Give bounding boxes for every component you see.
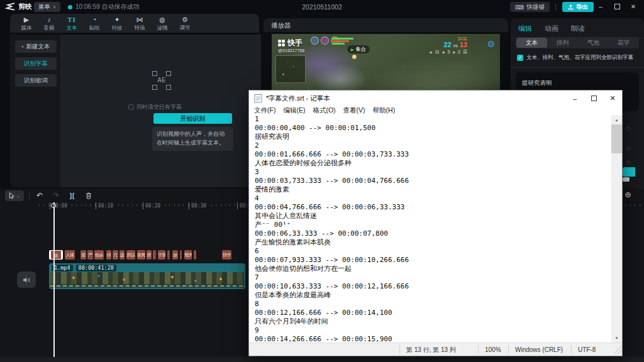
kills-icon: ◆ — [430, 50, 433, 54]
export-button[interactable]: 导出 — [562, 2, 594, 12]
redo-button[interactable]: ↷ — [50, 190, 62, 201]
clear-existing-subtitles-checkbox[interactable]: 同时清空已有字幕 — [128, 103, 182, 111]
window-minimize-button[interactable]: – — [592, 0, 609, 13]
keyframe-diamond-icon[interactable]: ◇ — [626, 159, 631, 165]
playhead[interactable] — [53, 202, 55, 357]
ribbon-tool-adjust[interactable]: ⚙调节 — [174, 16, 196, 31]
rally-button: ▶ 集合 — [347, 45, 370, 53]
srt-line: 00:00:01,666.666 --> 00:00:03,733.333 — [249, 150, 611, 159]
srt-line: 他会使你迫切的想和对方在一起 — [249, 265, 611, 273]
tab-edit[interactable]: 编辑 — [518, 24, 532, 33]
ribbon-tool-sticker[interactable]: ◔贴纸 — [83, 16, 106, 31]
tab-reading[interactable]: 朗读 — [571, 24, 585, 33]
text-icon: TI — [67, 16, 76, 24]
subtitle-clip[interactable]: 人体 — [65, 250, 75, 260]
kuaishou-logo-icon — [278, 40, 285, 47]
resize-grip[interactable] — [613, 345, 621, 354]
select-tool-button[interactable]: ⌄ — [5, 190, 24, 201]
window-close-button[interactable]: ✕ — [625, 0, 641, 13]
sidebar-item-new-text[interactable]: ▸新建文本 — [15, 40, 57, 53]
menu-format[interactable]: 格式(O) — [309, 106, 339, 115]
srt-line: 其中会让人意乱情迷 — [249, 212, 611, 221]
notepad-titlebar[interactable]: *字幕文件.srt - 记事本 – ✕ — [249, 90, 622, 106]
ribbon-tool-transition[interactable]: ⋈转场 — [128, 16, 151, 31]
subtitle-clip[interactable]: 所以 — [126, 250, 135, 260]
srt-line: 00:00:07,933.333 --> 00:00:10,266.666 — [249, 256, 611, 265]
scrollbar-thumb[interactable] — [611, 124, 622, 153]
subtab-bubble[interactable]: 气泡 — [578, 37, 609, 48]
tab-animation[interactable]: 动画 — [545, 24, 558, 33]
coins-icon: ◆ — [452, 50, 455, 54]
subtab-text[interactable]: 文本 — [516, 38, 547, 48]
subtitle-clip[interactable] — [180, 250, 182, 260]
trash-icon — [86, 192, 92, 199]
subtitle-clip[interactable]: 这 — [119, 250, 125, 260]
srt-line: 人体在恋爱的时候会分泌很多种 — [249, 159, 611, 168]
notepad-maximize-button[interactable] — [584, 90, 603, 106]
towers-icon: ◆ — [442, 50, 445, 54]
track-mute-button[interactable] — [17, 272, 36, 288]
divider — [511, 67, 644, 68]
subtitle-clip[interactable]: 据 — [49, 250, 63, 260]
transition-label: 转场 — [135, 25, 145, 31]
menu-edit[interactable]: 编辑(E) — [279, 106, 309, 115]
keyframe-diamond-icon[interactable]: ◇ — [626, 125, 631, 131]
srt-line: 00:00:10,633.333 --> 00:00:12,166.666 — [249, 282, 611, 291]
playhead-handle[interactable] — [51, 203, 56, 208]
subtitle-clip[interactable]: 只 — [113, 250, 118, 260]
subtitle-clip[interactable]: 爱 — [80, 250, 86, 260]
subtitle-clip[interactable]: 所 — [147, 250, 152, 260]
notepad-text-area[interactable]: 100:00:00,400 --> 00:00:01,500据研究表明200:0… — [249, 115, 611, 343]
sticker-icon: ◔ — [92, 16, 97, 24]
subtitle-clip[interactable] — [153, 250, 156, 260]
srt-line: 但是本季炎的浓度最高峰 — [249, 291, 611, 300]
undo-button[interactable]: ↶ — [33, 190, 46, 201]
notepad-statusbar: 第 13 行, 第 13 列 100% Windows (CRLF) UTF-8 — [249, 343, 622, 356]
srt-line: 6 — [249, 247, 611, 256]
subtitle-clip[interactable]: 产 — [87, 250, 93, 260]
shortcut-keys-button[interactable]: ⌨ 快捷键 — [510, 2, 550, 12]
sidebar-item-recognize-subtitle[interactable]: 识别字幕 — [15, 57, 57, 70]
menu-view[interactable]: 查看(V) — [340, 106, 369, 115]
ribbon-tool-effect[interactable]: ✦特效 — [106, 16, 128, 31]
subtitle-clip[interactable]: 快手 — [222, 250, 231, 260]
subtitle-clip[interactable]: 他会 — [94, 250, 104, 260]
subtab-art-text[interactable]: 花字 — [609, 37, 640, 48]
menu-file[interactable]: 文件(F) — [250, 106, 279, 115]
srt-line: 只有六个月到4年的时间 — [249, 317, 611, 326]
split-button[interactable]: ][ — [66, 190, 79, 201]
checkbox-icon — [128, 104, 134, 110]
subtitle-clip[interactable]: 子我 — [158, 250, 165, 260]
kuaishou-watermark: 快手 @918317768 — [278, 38, 304, 53]
menu-help[interactable]: 帮助(H) — [369, 106, 399, 115]
notepad-minimize-button[interactable]: – — [565, 90, 584, 106]
text-label: 文本 — [67, 25, 77, 31]
kuaishou-user-id: @918317768 — [278, 48, 304, 53]
ribbon-tool-filter[interactable]: ◍滤镜 — [151, 16, 174, 31]
delete-button[interactable] — [82, 190, 95, 201]
window-maximize-button[interactable] — [609, 0, 625, 13]
ribbon-tool-media[interactable]: ▶媒体 — [15, 16, 38, 31]
sidebar-item-recognize-lyrics[interactable]: 识别歌词 — [15, 74, 57, 87]
subtitle-clip[interactable] — [194, 250, 196, 260]
start-recognition-button[interactable]: 开始识别 — [153, 113, 232, 124]
app-bottom-strip — [0, 357, 644, 362]
subtitle-clip[interactable]: 故 — [172, 250, 178, 260]
game-counter: 11/11 — [430, 36, 467, 41]
scroll-down-icon[interactable]: ▼ — [611, 333, 622, 343]
subtitle-clip[interactable]: 我天 — [184, 250, 192, 260]
ribbon-tool-audio[interactable]: ♪音频 — [38, 16, 60, 31]
ribbon-tool-text[interactable]: TI文本 — [60, 16, 83, 31]
subtitle-clip[interactable] — [167, 250, 170, 260]
subtitle-clip[interactable]: 但 — [106, 250, 111, 260]
srt-line: 产生愉悦的激素叫本肌炎 — [249, 238, 611, 247]
notepad-scrollbar[interactable]: ▲ ▼ — [611, 115, 622, 343]
notepad-close-button[interactable]: ✕ — [603, 90, 622, 106]
subtab-arrange[interactable]: 排列 — [548, 37, 579, 48]
zoom-in-icon[interactable]: ⊕ — [625, 190, 631, 199]
scroll-up-icon[interactable]: ▲ — [611, 115, 622, 124]
apply-to-all-checkbox[interactable]: ✓ 文本、排列、气泡、花字应用到全部识别字幕 — [517, 54, 633, 62]
keyframe-diamond-icon[interactable]: ◇ — [626, 145, 631, 151]
video-clip[interactable]: 1.mp4 00:00:41:28 — [49, 263, 245, 289]
subtitle-clip[interactable]: 至死 — [137, 250, 145, 260]
